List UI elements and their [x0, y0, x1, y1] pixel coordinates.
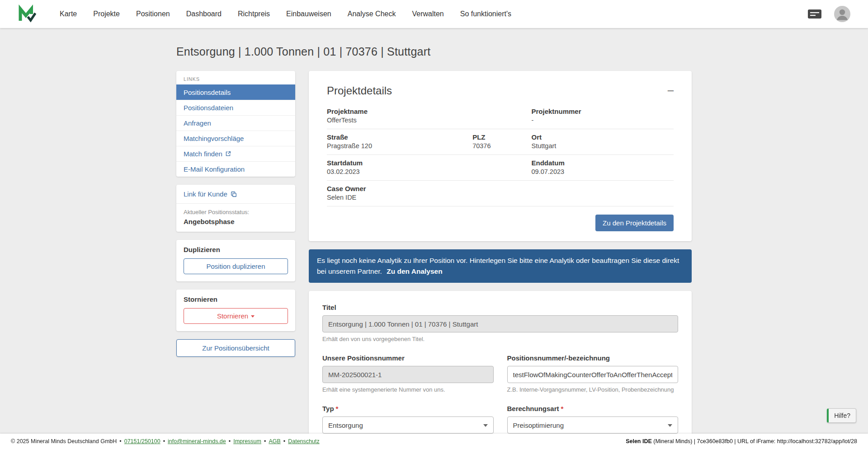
cancel-button-label: Stornieren — [217, 312, 248, 320]
positionsnummer-label: Positionsnummer/-bezeichnung — [507, 354, 679, 362]
project-row: Projektname OfferTests Projektnummer - — [327, 103, 674, 129]
field-label: Projektname — [327, 108, 532, 115]
nav-item-dashboard[interactable]: Dashboard — [186, 10, 222, 18]
required-asterisk: * — [561, 405, 564, 412]
project-row: Case Owner Selen IDE — [327, 181, 674, 206]
footer-user-name: Selen IDE — [626, 438, 652, 444]
sidebar-item-positionsdateien[interactable]: Positionsdateien — [176, 100, 295, 115]
sidebar-item-label: Match finden — [184, 150, 222, 158]
berechnungsart-select[interactable]: Preisoptimierung — [507, 416, 679, 434]
sidebar-item-label: Matchingvorschläge — [184, 135, 244, 142]
field-label: PLZ — [472, 133, 531, 141]
sidebar: LINKS Positionsdetails Positionsdateien … — [176, 71, 295, 357]
nav-item-richtpreis[interactable]: Richtpreis — [238, 10, 270, 18]
nav-item-positionen[interactable]: Positionen — [136, 10, 170, 18]
field-label: Enddatum — [532, 159, 674, 167]
project-details-button[interactable]: Zu den Projektdetails — [595, 215, 674, 231]
project-details-card: Projektdetails – Projektname OfferTests … — [309, 71, 692, 241]
help-button[interactable]: Hilfe? — [827, 408, 856, 423]
links-card: LINKS Positionsdetails Positionsdateien … — [176, 71, 295, 177]
footer-separator: • — [119, 438, 121, 444]
project-details-heading: Projektdetails — [327, 84, 392, 97]
status-label: Aktueller Positionsstatus: — [184, 209, 288, 215]
field-ort: Ort Stuttgart — [532, 133, 674, 150]
nav-items: Karte Projekte Positionen Dashboard Rich… — [60, 10, 807, 18]
footer-left: © 2025 Mineral Minds Deutschland GmbH • … — [11, 438, 320, 444]
titel-input — [322, 315, 678, 332]
footer-separator: • — [264, 438, 266, 444]
typ-label: Typ* — [322, 405, 494, 412]
impressum-link[interactable]: Impressum — [233, 438, 261, 444]
footer-separator: • — [229, 438, 231, 444]
positionsnummer-input[interactable] — [507, 366, 679, 383]
field-case-owner: Case Owner Selen IDE — [327, 185, 674, 201]
footer-separator: • — [163, 438, 165, 444]
mineral-minds-logo[interactable] — [17, 5, 36, 23]
project-row: Straße Pragstraße 120 PLZ 70376 Ort Stut… — [327, 129, 674, 155]
top-navbar: Karte Projekte Positionen Dashboard Rich… — [0, 0, 868, 28]
page-content: Entsorgung | 1.000 Tonnen | 01 | 70376 |… — [176, 28, 692, 449]
field-value: Pragstraße 120 — [327, 142, 472, 150]
field-strasse: Straße Pragstraße 120 — [327, 133, 472, 150]
main-column: Projektdetails – Projektname OfferTests … — [309, 71, 692, 449]
field-label: Startdatum — [327, 159, 532, 167]
footer-session-info: Selen IDE (Mineral Minds) | 7ce360e83fb0… — [626, 438, 857, 444]
unsere-positionsnummer-input — [322, 366, 494, 383]
field-enddatum: Enddatum 09.07.2023 — [532, 159, 674, 175]
footer: © 2025 Mineral Minds Deutschland GmbH • … — [0, 434, 868, 449]
field-value: - — [532, 117, 674, 124]
field-value: OfferTests — [327, 117, 532, 124]
agb-link[interactable]: AGB — [269, 438, 280, 444]
customer-link[interactable]: Link für Kunde — [176, 185, 295, 204]
sidebar-item-match-finden[interactable]: Match finden — [176, 146, 295, 161]
duplicate-heading: Duplizieren — [184, 246, 288, 253]
berechnungsart-select-value: Preisoptimierung — [513, 421, 564, 429]
collapse-button[interactable]: – — [668, 84, 674, 95]
field-startdatum: Startdatum 03.02.2023 — [327, 159, 532, 175]
unsere-positionsnummer-helper: Erhält eine systemgenerierte Nummer von … — [322, 386, 494, 393]
position-form-card: Titel Erhält den von uns vorgegebenen Ti… — [309, 291, 692, 449]
berechnungsart-label-text: Berechnungsart — [507, 405, 559, 412]
unsere-positionsnummer-group: Unsere Positionsnummer Erhält eine syste… — [322, 354, 494, 393]
field-label: Case Owner — [327, 185, 674, 192]
user-avatar[interactable] — [834, 5, 851, 23]
chevron-down-icon — [668, 424, 672, 427]
berechnungsart-label: Berechnungsart* — [507, 405, 679, 412]
field-projektnummer: Projektnummer - — [532, 108, 674, 124]
sidebar-item-positionsdetails[interactable]: Positionsdetails — [176, 84, 295, 100]
customer-link-card: Link für Kunde Aktueller Positionsstatus… — [176, 185, 295, 232]
sidebar-item-label: Positionsdetails — [184, 89, 231, 96]
datenschutz-link[interactable]: Datenschutz — [288, 438, 319, 444]
sidebar-item-email-konfiguration[interactable]: E-Mail Konfiguration — [176, 161, 295, 177]
caret-down-icon — [251, 315, 255, 318]
server-icon[interactable] — [807, 9, 822, 19]
sidebar-item-label: Positionsdateien — [184, 104, 233, 112]
positionsnummer-helper: Z.B. Interne-Vorgangsnummer, LV-Position… — [507, 386, 679, 393]
nav-item-einbauweisen[interactable]: Einbauweisen — [286, 10, 331, 18]
duplicate-position-button[interactable]: Position duplizieren — [184, 258, 288, 274]
position-overview-button[interactable]: Zur Positionsübersicht — [176, 339, 295, 357]
nav-item-karte[interactable]: Karte — [60, 10, 77, 18]
email-link[interactable]: info@mineral-minds.de — [168, 438, 226, 444]
sidebar-item-anfragen[interactable]: Anfragen — [176, 115, 295, 131]
cancel-position-button[interactable]: Stornieren — [184, 308, 288, 324]
required-asterisk: * — [336, 405, 339, 412]
page-title: Entsorgung | 1.000 Tonnen | 01 | 70376 |… — [176, 45, 692, 58]
duplicate-card: Duplizieren Position duplizieren — [176, 240, 295, 281]
status-value: Angebotsphase — [184, 218, 288, 225]
nav-item-so-funktionierts[interactable]: So funktioniert's — [460, 10, 511, 18]
customer-link-label: Link für Kunde — [184, 190, 227, 198]
nav-item-projekte[interactable]: Projekte — [93, 10, 120, 18]
sidebar-item-matchingvorschlaege[interactable]: Matchingvorschläge — [176, 131, 295, 146]
field-value: Stuttgart — [532, 142, 674, 150]
field-value: 09.07.2023 — [532, 168, 674, 175]
nav-item-analyse-check[interactable]: Analyse Check — [348, 10, 396, 18]
links-heading: LINKS — [176, 71, 295, 84]
nav-item-verwalten[interactable]: Verwalten — [412, 10, 443, 18]
external-link-icon — [225, 151, 231, 157]
unsere-positionsnummer-label: Unsere Positionsnummer — [322, 354, 494, 362]
typ-select-value: Entsorgung — [328, 421, 363, 429]
phone-link[interactable]: 07151/250100 — [124, 438, 160, 444]
typ-select[interactable]: Entsorgung — [322, 416, 494, 434]
analyses-link[interactable]: Zu den Analysen — [387, 267, 442, 275]
